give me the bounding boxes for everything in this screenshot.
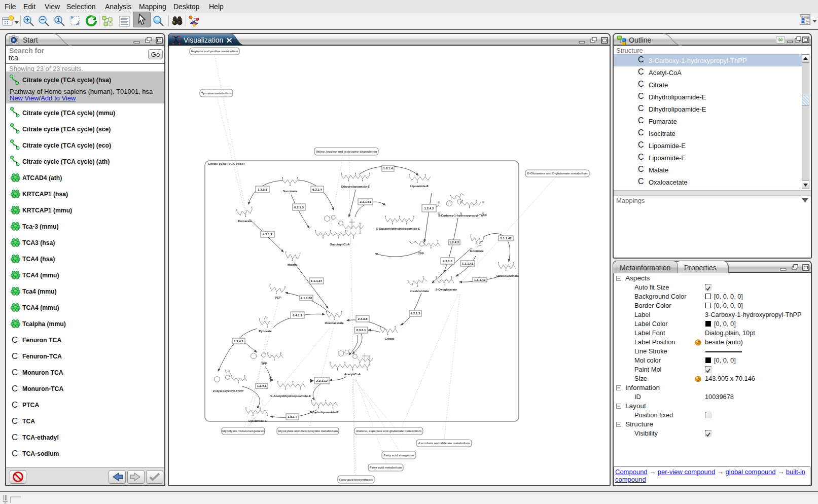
svg-text:↺: ↺ xyxy=(696,340,700,345)
svg-text:1.1.1.42: 1.1.1.42 xyxy=(500,236,512,240)
svg-text:1.1.1.41: 1.1.1.41 xyxy=(462,262,474,265)
svg-text:4.2.1.3: 4.2.1.3 xyxy=(411,311,420,315)
svg-text:Succinate: Succinate xyxy=(283,190,298,193)
svg-text:2-Hydroxyethyl-ThPP: 2-Hydroxyethyl-ThPP xyxy=(213,389,244,392)
svg-text:Malate: Malate xyxy=(288,263,297,266)
svg-text:Glycolysis / Gluconeogenesis: Glycolysis / Gluconeogenesis xyxy=(222,429,265,433)
svg-text:1.2.4.2: 1.2.4.2 xyxy=(424,206,434,210)
svg-text:Tyrosine metabolism: Tyrosine metabolism xyxy=(201,92,232,95)
svg-text:2-Oxoglutarate: 2-Oxoglutarate xyxy=(436,288,457,291)
svg-text:2.3.3.8: 2.3.3.8 xyxy=(358,317,368,320)
svg-text:S-Acetyldihydrolipoamide-E: S-Acetyldihydrolipoamide-E xyxy=(270,394,311,398)
svg-text:6.2.1.4: 6.2.1.4 xyxy=(312,188,322,191)
svg-text:Dihydrolipoamide-E: Dihydrolipoamide-E xyxy=(341,185,370,188)
svg-text:2.3.3.1: 2.3.3.1 xyxy=(357,328,366,332)
svg-text:↺: ↺ xyxy=(696,377,700,382)
svg-text:Arginine and proline metabolis: Arginine and proline metabolism xyxy=(191,50,238,53)
svg-text:Alanine, aspartate and glutama: Alanine, aspartate and glutamate metabol… xyxy=(356,429,421,433)
svg-text:Succinyl-CoA: Succinyl-CoA xyxy=(330,243,350,246)
svg-text:1.2.4.1: 1.2.4.1 xyxy=(257,384,267,387)
svg-text:Fatty acid metabolism: Fatty acid metabolism xyxy=(370,466,402,469)
svg-text:Ascorbate and aldarate metabol: Ascorbate and aldarate metabolism xyxy=(418,442,470,445)
svg-text:Valine, leucine and isoleucine: Valine, leucine and isoleucine degradati… xyxy=(316,150,377,153)
svg-text:1.2.4.2: 1.2.4.2 xyxy=(449,240,459,244)
svg-text:TPP: TPP xyxy=(261,362,267,365)
svg-text:1: 1 xyxy=(57,17,60,23)
svg-text:Glyoxylate and dicarboxylate m: Glyoxylate and dicarboxylate metabolism xyxy=(278,429,338,433)
svg-text:6.4.1.1: 6.4.1.1 xyxy=(293,313,302,317)
svg-text:Isocitrate: Isocitrate xyxy=(470,249,484,253)
svg-text:Lipoamide-E: Lipoamide-E xyxy=(410,185,429,188)
svg-text:Lipoamide-E: Lipoamide-E xyxy=(248,419,267,422)
svg-text:Citrate: Citrate xyxy=(384,337,395,340)
svg-text:2.3.1.61: 2.3.1.61 xyxy=(360,200,371,203)
svg-text:Pyruvate: Pyruvate xyxy=(259,330,272,333)
svg-text:D-Glutamine and D-glutamate me: D-Glutamine and D-glutamate metabolism xyxy=(527,172,587,175)
svg-text:5-Carboxy-1-hydroxypropyl-ThPP: 5-Carboxy-1-hydroxypropyl-ThPP xyxy=(438,214,487,217)
svg-text:Acetyl-CoA: Acetyl-CoA xyxy=(344,373,361,376)
svg-text:1.8.1.4: 1.8.1.4 xyxy=(383,166,393,170)
svg-text:Fatty acid elongation: Fatty acid elongation xyxy=(383,454,414,457)
svg-text:4.1.1.32: 4.1.1.32 xyxy=(301,296,312,300)
svg-text:TPP: TPP xyxy=(418,252,424,255)
svg-text:Oxaloacetate: Oxaloacetate xyxy=(325,321,344,325)
svg-text:1.3.5.1: 1.3.5.1 xyxy=(258,188,267,191)
svg-text:6.2.1.5: 6.2.1.5 xyxy=(294,205,304,209)
svg-text:S-Succinyldihydrolipoamide-E: S-Succinyldihydrolipoamide-E xyxy=(376,227,420,230)
svg-text:Fatty acid biosynthesis: Fatty acid biosynthesis xyxy=(339,478,373,481)
svg-text:Citrate cycle (TCA cycle): Citrate cycle (TCA cycle) xyxy=(208,162,244,165)
svg-text:PEP: PEP xyxy=(275,296,281,299)
svg-text:Fumarate: Fumarate xyxy=(238,220,252,223)
svg-text:Dihydrolipoamide-E: Dihydrolipoamide-E xyxy=(310,411,339,414)
svg-text:cis-Aconitate: cis-Aconitate xyxy=(410,290,429,293)
svg-text:1.1.1.37: 1.1.1.37 xyxy=(311,279,323,282)
svg-text:Oxalosuccinate: Oxalosuccinate xyxy=(496,274,519,277)
svg-text:1.1.1.42: 1.1.1.42 xyxy=(474,278,486,281)
svg-text:4.2.1.3: 4.2.1.3 xyxy=(443,259,452,263)
svg-text:1.8.1.4: 1.8.1.4 xyxy=(288,415,297,418)
svg-text:1.2.4.1: 1.2.4.1 xyxy=(234,339,243,343)
svg-text:4.2.1.2: 4.2.1.2 xyxy=(263,232,272,236)
svg-text:2.3.1.12: 2.3.1.12 xyxy=(316,379,328,382)
